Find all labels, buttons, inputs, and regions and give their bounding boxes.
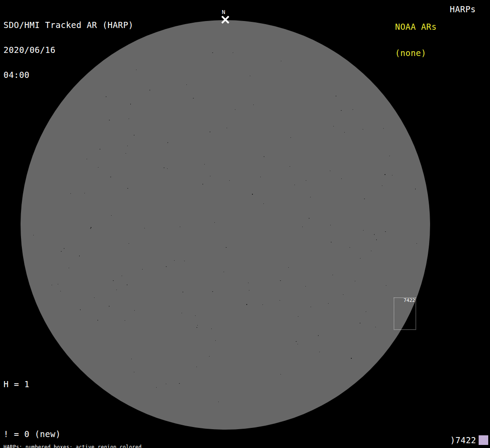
magnetic-speckle <box>126 153 126 154</box>
magnetic-speckle <box>415 189 416 189</box>
magnetic-speckle <box>129 119 129 119</box>
magnetic-speckle <box>260 177 261 177</box>
magnetic-speckle <box>226 247 227 248</box>
magnetic-speckle <box>110 177 111 177</box>
magnetic-speckle <box>210 176 210 176</box>
north-pole-x-marker-icon <box>220 15 230 24</box>
magnetic-speckle <box>363 230 364 231</box>
magnetic-speckle <box>64 248 64 249</box>
magnetic-speckle <box>144 228 145 228</box>
magnetic-speckle <box>58 284 58 284</box>
magnetic-speckle <box>296 341 297 342</box>
magnetic-speckle <box>33 235 34 235</box>
magnetic-speckle <box>385 174 385 175</box>
magnetic-speckle <box>328 303 329 304</box>
magnetic-speckle <box>98 167 98 168</box>
magnetic-speckle <box>142 269 143 270</box>
magnetic-speckle <box>109 306 109 307</box>
magnetic-speckle <box>136 70 136 70</box>
magnetic-speckle <box>167 168 168 169</box>
magnetic-speckle <box>215 340 216 341</box>
magnetic-speckle <box>385 231 386 232</box>
magnetic-speckle <box>363 129 363 130</box>
footer-notes: HARPs: numbered boxes; active region col… <box>4 434 186 448</box>
magnetic-speckle <box>280 280 281 281</box>
magnetic-speckle <box>336 96 336 96</box>
magnetic-speckle <box>319 352 320 352</box>
magnetic-speckle <box>360 323 360 323</box>
magnetic-speckle <box>116 290 117 290</box>
magnetic-speckle <box>383 128 384 129</box>
magnetic-speckle <box>80 309 80 310</box>
noaa-ars-header: NOAA ARs <box>395 22 437 31</box>
magnetic-speckle <box>343 294 343 295</box>
magnetic-speckle <box>364 199 365 199</box>
magnetic-speckle <box>341 110 342 111</box>
magnetic-speckle <box>100 149 100 150</box>
magnetic-speckle <box>386 285 386 286</box>
magnetic-speckle <box>360 258 360 259</box>
footer-note-harps: HARPs: numbered boxes; active region col… <box>4 444 186 448</box>
magnetic-speckle <box>250 76 250 76</box>
magnetic-speckle <box>371 251 371 251</box>
magnetic-speckle <box>156 387 157 388</box>
magnetic-speckle <box>330 171 330 171</box>
magnetic-speckle <box>294 185 295 185</box>
magnetic-speckle <box>318 335 318 336</box>
magnetic-speckle <box>69 268 69 268</box>
magnetic-speckle <box>98 320 98 321</box>
magnetic-speckle <box>214 222 215 223</box>
magnetic-speckle <box>186 84 187 85</box>
magnetic-speckle <box>195 315 196 316</box>
magnetic-speckle <box>252 194 253 195</box>
north-pole-label: N <box>222 9 225 15</box>
magnetic-speckle <box>366 312 366 312</box>
magnetic-speckle <box>134 372 134 372</box>
magnetic-speckle <box>212 52 213 53</box>
magnetic-speckle <box>209 356 210 357</box>
magnetic-speckle <box>179 383 180 384</box>
magnetic-speckle <box>218 402 219 402</box>
magnetic-speckle <box>84 193 85 193</box>
magnetic-speckle <box>203 184 203 185</box>
magnetic-speckle <box>306 180 306 181</box>
magnetic-speckle <box>166 384 166 384</box>
page-title: SDO/HMI Tracked AR (HARP) <box>4 21 133 29</box>
magnetic-speckle <box>262 304 263 305</box>
magnetic-speckle <box>127 284 127 285</box>
magnetic-speckle <box>227 128 227 128</box>
observation-time: 04:00 <box>4 71 133 79</box>
magnetic-speckle <box>333 126 334 126</box>
magnetic-speckle <box>298 344 298 344</box>
magnetic-speckle <box>134 135 134 136</box>
magnetic-speckle <box>280 374 281 374</box>
magnetic-speckle <box>305 286 306 287</box>
magnetic-speckle <box>131 359 132 359</box>
magnetic-speckle <box>249 290 249 290</box>
magnetic-speckle <box>351 358 352 359</box>
magnetic-speckle <box>184 261 185 261</box>
magnetic-speckle <box>229 180 230 181</box>
magnetic-speckle <box>331 242 332 242</box>
magnetic-speckle <box>204 164 205 164</box>
magnetic-speckle <box>166 266 167 267</box>
magnetic-speckle <box>79 256 80 256</box>
magnetic-speckle <box>310 197 311 197</box>
magnetic-speckle <box>90 228 91 229</box>
magnetic-speckle <box>290 166 290 167</box>
magnetic-speckle <box>280 300 280 301</box>
magnetic-speckle <box>344 132 345 133</box>
magnetic-speckle <box>193 98 194 98</box>
magnetic-speckle <box>355 281 355 281</box>
magnetic-speckle <box>375 327 376 327</box>
magnetic-speckle <box>376 239 377 240</box>
magnetic-speckle <box>298 316 298 317</box>
magnetic-speckle <box>224 272 224 272</box>
harp-region-box: 7422 <box>394 298 416 330</box>
magnetic-speckle <box>87 159 87 159</box>
magnetic-speckle <box>350 247 350 248</box>
spacer <box>4 405 102 413</box>
magnetic-speckle <box>129 243 129 244</box>
harps-header: HARPs <box>450 5 476 14</box>
magnetic-speckle <box>196 327 197 328</box>
